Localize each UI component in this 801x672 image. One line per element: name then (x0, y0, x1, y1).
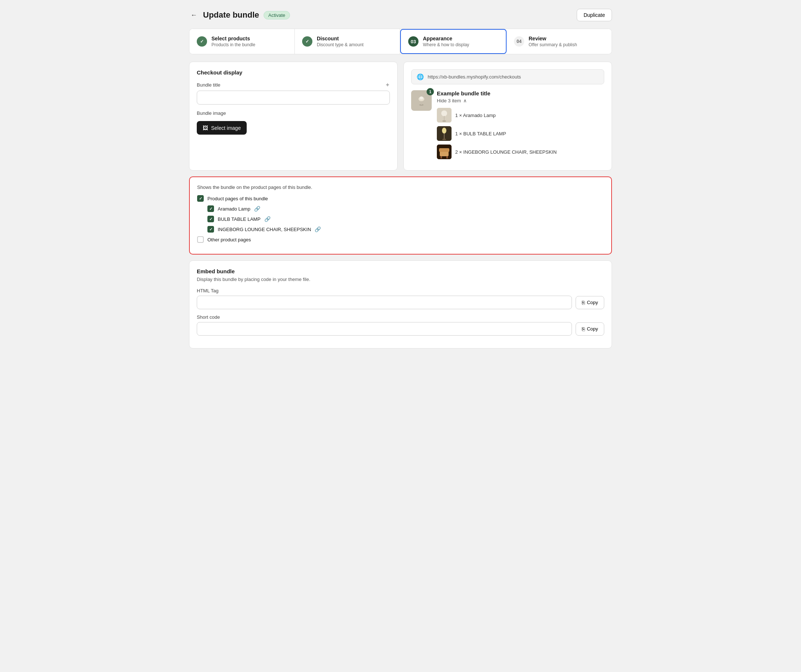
step-icon-discount: ✓ (302, 36, 312, 47)
embed-card: Embed bundle Display this bundle by plac… (189, 260, 612, 348)
product-checkbox-1[interactable] (207, 216, 214, 222)
short-code-row: [xb-bundle id="678a20270ada693bdf373643"… (197, 322, 604, 336)
product-name-0: 1 × Aramado Lamp (455, 112, 495, 118)
move-icon: ✦ (385, 82, 390, 88)
html-tag-input[interactable]: <xb-bundle id="678a20270ada693bdf373643"… (197, 296, 572, 309)
short-code-label: Short code (197, 314, 604, 320)
product-checkbox-row-0: Aramado Lamp 🔗 (207, 205, 604, 212)
copy-icon-html: ⎘ (582, 300, 585, 306)
checkout-display-card: Checkout display Bundle title ✦ Example … (189, 62, 397, 170)
steps-bar: ✓ Select products Products in the bundle… (189, 29, 612, 54)
other-checkbox[interactable] (197, 236, 204, 243)
product-checkbox-2[interactable] (207, 226, 214, 233)
html-tag-row: <xb-bundle id="678a20270ada693bdf373643"… (197, 296, 604, 309)
step-discount[interactable]: ✓ Discount Discount type & amount (295, 29, 400, 54)
svg-point-3 (420, 96, 423, 99)
checkout-display-title: Checkout display (197, 69, 390, 75)
parent-checkbox[interactable] (197, 195, 204, 202)
product-pages-desc: Shows the bundle on the product pages of… (197, 184, 604, 190)
link-icon-1[interactable]: 🔗 (264, 216, 270, 222)
link-icon-0[interactable]: 🔗 (254, 206, 260, 212)
step-icon-appearance: 03 (408, 36, 418, 47)
step-text-select-products: Select products Products in the bundle (211, 35, 255, 47)
svg-point-5 (441, 111, 447, 116)
product-item-1: 1 × BULB TABLE LAMP (437, 126, 604, 141)
bundle-title-input[interactable]: Example bundle title (197, 91, 390, 104)
select-image-button[interactable]: 🖼 Select image (197, 121, 247, 135)
header-left: ← Update bundle Activate (189, 10, 290, 21)
bundle-badge: 1 (426, 88, 434, 95)
step-icon-select-products: ✓ (197, 36, 207, 47)
other-checkbox-row: Other product pages (197, 236, 604, 243)
product-checkbox-label-2: INGEBORG LOUNGE CHAIR, SHEEPSKIN (218, 227, 311, 232)
html-tag-copy-button[interactable]: ⎘ Copy (576, 296, 604, 309)
page-header: ← Update bundle Activate Duplicate (189, 9, 612, 21)
bundle-title-label: Bundle title ✦ (197, 82, 390, 88)
product-checkbox-label-0: Aramado Lamp (218, 206, 250, 212)
step-appearance[interactable]: 03 Appearance Where & how to display (400, 29, 507, 54)
product-checkbox-row-2: INGEBORG LOUNGE CHAIR, SHEEPSKIN 🔗 (207, 226, 604, 233)
duplicate-button[interactable]: Duplicate (577, 9, 612, 21)
step-icon-review: 04 (514, 36, 524, 47)
main-grid: Checkout display Bundle title ✦ Example … (189, 62, 612, 170)
svg-point-7 (442, 120, 446, 122)
image-icon: 🖼 (203, 125, 208, 131)
product-checkbox-0[interactable] (207, 205, 214, 212)
embed-title: Embed bundle (197, 268, 604, 274)
preview-url-bar: 🌐 https://xb-bundles.myshopify.com/check… (411, 69, 604, 84)
product-checkbox-label-1: BULB TABLE LAMP (218, 217, 261, 222)
page-title: Update bundle (203, 10, 259, 20)
preview-card: 🌐 https://xb-bundles.myshopify.com/check… (404, 62, 612, 170)
bundle-thumb-wrapper: 1 (411, 90, 432, 111)
svg-rect-13 (440, 151, 449, 156)
svg-rect-10 (444, 133, 444, 139)
step-review[interactable]: 04 Review Offer summary & publish (507, 29, 611, 54)
embed-desc: Display this bundle by placing code in y… (197, 277, 604, 282)
bundle-preview-title: Example bundle title (437, 90, 604, 96)
short-code-input[interactable]: [xb-bundle id="678a20270ada693bdf373643"… (197, 322, 572, 336)
activate-badge[interactable]: Activate (264, 11, 290, 19)
product-pages-card: Shows the bundle on the product pages of… (189, 176, 612, 255)
product-name-1: 1 × BULB TABLE LAMP (455, 131, 506, 136)
html-tag-label: HTML Tag (197, 288, 604, 293)
svg-rect-14 (439, 148, 449, 152)
svg-rect-16 (446, 156, 448, 159)
svg-point-9 (442, 128, 446, 133)
product-thumb-2 (437, 144, 452, 159)
copy-icon-short: ⎘ (582, 326, 585, 332)
chevron-up-icon: ∧ (463, 98, 467, 103)
step-text-discount: Discount Discount type & amount (317, 35, 364, 47)
svg-point-11 (442, 139, 446, 140)
back-button[interactable]: ← (189, 10, 199, 21)
preview-url: https://xb-bundles.myshopify.com/checkou… (428, 74, 521, 80)
step-text-appearance: Appearance Where & how to display (423, 35, 469, 47)
step-text-review: Review Offer summary & publish (529, 35, 577, 47)
product-item-2: 2 × INGEBORG LOUNGE CHAIR, SHEEPSKIN (437, 144, 604, 159)
hide-items-row[interactable]: Hide 3 item ∧ (437, 98, 604, 103)
bundle-preview: 1 Example bundle title Hide 3 item ∧ (411, 90, 604, 163)
globe-icon: 🌐 (417, 73, 424, 80)
other-label: Other product pages (207, 237, 251, 242)
link-icon-2[interactable]: 🔗 (315, 226, 321, 232)
step-select-products[interactable]: ✓ Select products Products in the bundle (190, 29, 295, 54)
parent-checkbox-row: Product pages of this bundle (197, 195, 604, 202)
svg-rect-15 (441, 156, 442, 159)
product-checkbox-row-1: BULB TABLE LAMP 🔗 (207, 216, 604, 222)
svg-rect-6 (444, 116, 444, 120)
product-thumb-0 (437, 108, 452, 122)
parent-label: Product pages of this bundle (207, 196, 268, 201)
bundle-image-label: Bundle image (197, 111, 390, 116)
product-thumb-1 (437, 126, 452, 141)
product-item-0: 1 × Aramado Lamp (437, 108, 604, 122)
bundle-info: Example bundle title Hide 3 item ∧ (437, 90, 604, 163)
product-name-2: 2 × INGEBORG LOUNGE CHAIR, SHEEPSKIN (455, 149, 557, 155)
short-code-copy-button[interactable]: ⎘ Copy (576, 322, 604, 336)
